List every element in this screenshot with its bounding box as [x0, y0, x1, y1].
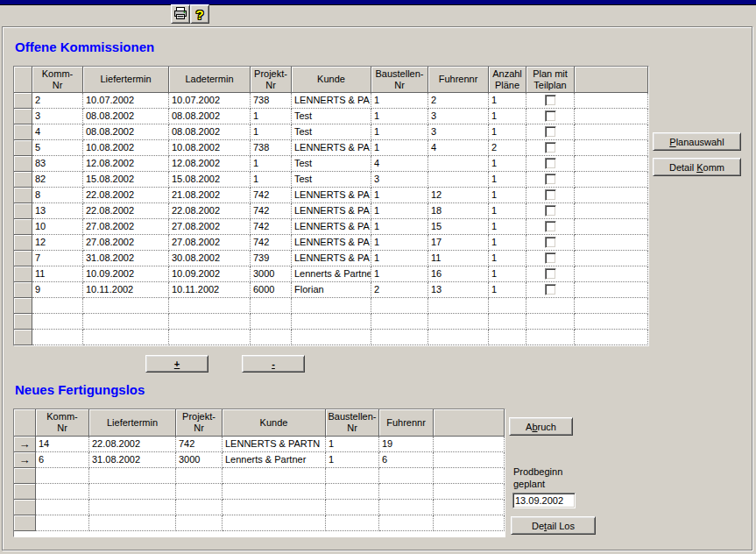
grid-cell[interactable] [32, 298, 83, 314]
grid-cell[interactable]: 1 [489, 124, 526, 140]
grid-cell[interactable]: 1 [371, 188, 428, 203]
grid-cell[interactable] [428, 156, 489, 172]
grid-cell[interactable]: 17 [428, 235, 489, 251]
grid-cell[interactable]: 1 [251, 124, 292, 140]
row-selector-arrow[interactable]: → [14, 437, 36, 452]
grid-cell[interactable]: LENNERTS & PA [292, 235, 371, 251]
row-selector-arrow[interactable]: → [14, 452, 36, 468]
grid-cell[interactable] [36, 515, 89, 531]
print-button[interactable] [171, 4, 190, 24]
row-selector[interactable] [14, 188, 32, 203]
grid-cell[interactable]: 10 [32, 219, 83, 235]
grid-cell[interactable]: LENNERTS & PA [292, 140, 371, 156]
row-selector[interactable] [14, 251, 32, 266]
grid-cell[interactable]: 30.08.2002 [169, 251, 251, 266]
grid-cell[interactable] [89, 484, 176, 500]
grid-cell[interactable]: 22.08.2002 [89, 437, 176, 452]
grid-cell[interactable]: 83 [32, 156, 83, 172]
grid-cell[interactable] [83, 314, 169, 330]
grid-cell[interactable] [223, 515, 326, 531]
grid-cell[interactable]: 1 [371, 251, 428, 266]
grid-cell[interactable]: 19 [379, 437, 434, 452]
detail-komm-button[interactable]: Detail Komm [653, 158, 741, 176]
grid-cell[interactable]: 10.11.2002 [83, 282, 169, 298]
grid-cell[interactable]: 12 [428, 188, 489, 203]
grid-cell[interactable]: 1 [371, 93, 428, 109]
grid-cell[interactable]: 3 [371, 172, 428, 188]
grid-cell[interactable]: LENNERTS & PA [292, 251, 371, 266]
grid-cell[interactable]: 5 [32, 140, 83, 156]
grid-cell[interactable]: 15.08.2002 [83, 172, 169, 188]
row-selector[interactable] [14, 515, 36, 531]
grid-cell[interactable]: 31.08.2002 [83, 251, 169, 266]
grid-cell[interactable] [32, 330, 83, 345]
grid-cell[interactable] [89, 515, 176, 531]
grid-cell[interactable]: 1 [489, 109, 526, 124]
grid-cell[interactable]: Florian [292, 282, 371, 298]
grid-cell[interactable] [428, 298, 489, 314]
plan-mit-teilplan-checkbox[interactable] [545, 221, 556, 232]
grid-cell[interactable]: 3 [428, 124, 489, 140]
grid-cell[interactable]: 82 [32, 172, 83, 188]
grid-cell[interactable]: 10.11.2002 [169, 282, 251, 298]
grid-cell[interactable]: 1 [371, 266, 428, 282]
grid-cell[interactable]: 1 [489, 251, 526, 266]
abruch-button[interactable]: Abruch [509, 417, 573, 436]
grid-cell[interactable]: 1 [251, 156, 292, 172]
grid-cell[interactable]: 11 [428, 251, 489, 266]
row-selector[interactable] [14, 484, 36, 500]
grid-cell[interactable]: 2 [371, 282, 428, 298]
grid-cell[interactable]: 1 [251, 109, 292, 124]
row-selector[interactable] [14, 282, 32, 298]
grid-cell[interactable]: 10.07.2002 [83, 93, 169, 109]
grid-cell[interactable] [489, 298, 526, 314]
grid-cell[interactable]: 15 [428, 219, 489, 235]
grid-cell[interactable]: 15.08.2002 [169, 172, 251, 188]
grid-cell[interactable]: 10.08.2002 [169, 140, 251, 156]
grid-cell[interactable]: 22.08.2002 [83, 203, 169, 219]
grid-cell[interactable]: 10.09.2002 [169, 266, 251, 282]
grid-cell[interactable] [251, 330, 292, 345]
grid-cell[interactable]: 3 [32, 109, 83, 124]
grid-cell[interactable]: 739 [251, 251, 292, 266]
plan-mit-teilplan-checkbox[interactable] [545, 205, 556, 217]
grid-cell[interactable]: 9 [32, 282, 83, 298]
grid-cell[interactable]: 14 [36, 437, 89, 452]
plan-mit-teilplan-checkbox[interactable] [545, 237, 556, 248]
plan-mit-teilplan-checkbox[interactable] [545, 95, 556, 106]
grid-cell[interactable] [89, 468, 176, 484]
grid-cell[interactable]: 1 [489, 219, 526, 235]
grid-cell[interactable]: 1 [371, 124, 428, 140]
grid-cell[interactable] [326, 515, 379, 531]
grid-cell[interactable] [428, 314, 489, 330]
plan-mit-teilplan-checkbox[interactable] [545, 126, 556, 138]
grid-cell[interactable]: 742 [176, 437, 223, 452]
grid-cell[interactable]: Test [292, 156, 371, 172]
grid-cell[interactable]: 742 [251, 219, 292, 235]
grid-cell[interactable]: 7 [32, 251, 83, 266]
grid-cell[interactable]: 3000 [176, 452, 223, 468]
grid-cell[interactable]: 6 [379, 452, 434, 468]
grid-cell[interactable]: 1 [489, 266, 526, 282]
grid-cell[interactable]: 1 [371, 203, 428, 219]
grid-cell[interactable] [223, 468, 326, 484]
row-selector[interactable] [14, 500, 36, 515]
grid-cell[interactable]: 08.08.2002 [83, 109, 169, 124]
grid-cell[interactable] [371, 314, 428, 330]
grid-cell[interactable]: 1 [489, 156, 526, 172]
grid-cell[interactable]: 742 [251, 203, 292, 219]
grid-cell[interactable] [223, 484, 326, 500]
grid-cell[interactable]: 11 [32, 266, 83, 282]
grid-cell[interactable]: 13 [428, 282, 489, 298]
plan-mit-teilplan-checkbox[interactable] [545, 252, 556, 264]
grid-cell[interactable]: 1 [489, 188, 526, 203]
plan-mit-teilplan-checkbox[interactable] [545, 110, 556, 122]
grid-cell[interactable]: 27.08.2002 [83, 219, 169, 235]
grid-cell[interactable]: 1 [489, 203, 526, 219]
grid-cell[interactable]: 4 [371, 156, 428, 172]
row-selector[interactable] [14, 203, 32, 219]
grid-cell[interactable]: 10.09.2002 [83, 266, 169, 282]
grid-cell[interactable]: 742 [251, 188, 292, 203]
grid-cell[interactable] [169, 314, 251, 330]
grid-cell[interactable] [489, 330, 526, 345]
